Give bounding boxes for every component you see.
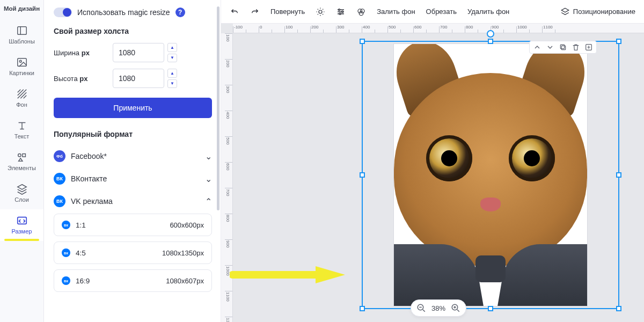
- chevron-down-icon: ⌄: [205, 174, 212, 184]
- nav-size[interactable]: Размер: [0, 209, 43, 241]
- canvas-wrap: 38%: [233, 33, 644, 322]
- nav-templates[interactable]: Шаблоны: [0, 19, 43, 51]
- preset-ratio: 16:9: [76, 277, 90, 285]
- ruler-horizontal: -100010020030040050060070080090010001100: [233, 24, 644, 33]
- size-panel: Использовать magic resize ? Свой размер …: [44, 0, 221, 322]
- image-icon: [16, 56, 28, 68]
- zoom-out-icon[interactable]: [416, 303, 426, 313]
- chevron-up-icon[interactable]: [533, 43, 541, 52]
- selection-toolbar: [529, 41, 597, 54]
- height-up-button[interactable]: ▲: [167, 69, 177, 78]
- my-design-label[interactable]: Мой дизайн: [3, 2, 41, 19]
- nav-label: Фон: [16, 101, 27, 108]
- layers-icon: [16, 183, 28, 195]
- crop-button[interactable]: Обрезать: [424, 5, 459, 18]
- handle-mid-right[interactable]: [616, 172, 621, 178]
- format-label: Facebook*: [71, 152, 107, 160]
- remove-background-button[interactable]: Удалить фон: [465, 5, 511, 18]
- zoom-control: 38%: [411, 299, 466, 317]
- height-input[interactable]: [113, 69, 164, 88]
- handle-top-mid[interactable]: [488, 39, 493, 44]
- format-facebook[interactable]: ФбFacebook* ⌄: [54, 146, 212, 169]
- add-icon[interactable]: [584, 43, 593, 52]
- chevron-down-icon: ⌄: [205, 151, 212, 162]
- handle-bottom-mid[interactable]: [488, 306, 493, 311]
- preset-size: 1080x607px: [166, 277, 204, 285]
- svg-point-6: [319, 10, 322, 13]
- preset-size: 600x600px: [170, 221, 204, 229]
- nav-elements[interactable]: Элементы: [0, 146, 43, 178]
- handle-bottom-left[interactable]: [360, 306, 365, 311]
- svg-point-3: [18, 153, 21, 157]
- chevron-down-icon[interactable]: [546, 43, 554, 52]
- popular-format-title: Популярный формат: [54, 130, 212, 138]
- nav-layers[interactable]: Слои: [0, 178, 43, 209]
- nav-label: Элементы: [8, 165, 36, 171]
- svg-point-2: [19, 60, 21, 62]
- format-vk-ads[interactable]: ВКVK реклама ⌃: [54, 191, 212, 214]
- facebook-icon: Фб: [54, 150, 65, 162]
- rotate-button[interactable]: Повернуть: [268, 5, 307, 18]
- positioning-button[interactable]: Позиционирование: [558, 5, 638, 19]
- help-icon[interactable]: ?: [175, 8, 185, 17]
- brightness-button[interactable]: [313, 5, 327, 19]
- preset-ratio: 4:5: [76, 249, 86, 257]
- svg-rect-0: [17, 26, 26, 34]
- svg-point-7: [339, 9, 340, 10]
- svg-rect-4: [22, 153, 25, 157]
- preset-4-5[interactable]: вк4:5 1080x1350px: [54, 241, 212, 264]
- background-icon: [16, 88, 28, 100]
- width-down-button[interactable]: ▼: [167, 54, 177, 63]
- height-down-button[interactable]: ▼: [167, 79, 177, 89]
- ruler-vertical: 1002003004005006007008009001000110012001…: [221, 33, 233, 322]
- chevron-up-icon: ⌃: [205, 196, 212, 207]
- format-vkontakte[interactable]: ВКВКонтакте ⌄: [54, 169, 212, 191]
- nav-label: Слои: [14, 196, 29, 203]
- preset-16-9[interactable]: вк16:9 1080x607px: [54, 269, 212, 292]
- selection-box[interactable]: [362, 41, 619, 309]
- zoom-value: 38%: [431, 304, 445, 312]
- nav-label: Картинки: [9, 70, 34, 76]
- svg-point-8: [342, 11, 343, 12]
- magic-resize-toggle[interactable]: [54, 8, 72, 17]
- apply-button[interactable]: Применить: [54, 98, 212, 118]
- width-label: Ширина: [54, 49, 79, 57]
- editor-stage: Повернуть Залить фон Обрезать Удалить фо…: [221, 0, 644, 322]
- text-icon: [16, 120, 28, 131]
- height-label: Высота: [54, 75, 78, 83]
- fill-background-button[interactable]: Залить фон: [375, 5, 417, 18]
- positioning-label: Позиционирование: [573, 8, 635, 16]
- nav-background[interactable]: Фон: [0, 83, 43, 114]
- undo-button[interactable]: [228, 5, 241, 19]
- svg-rect-5: [17, 217, 26, 224]
- trash-icon[interactable]: [572, 43, 580, 52]
- handle-top-left[interactable]: [360, 39, 365, 44]
- svg-rect-13: [561, 46, 565, 49]
- left-nav: Мой дизайн Шаблоны Картинки Фон Текст Эл…: [0, 0, 44, 322]
- handle-mid-left[interactable]: [360, 172, 365, 178]
- adjust-button[interactable]: [334, 5, 348, 19]
- width-input[interactable]: [113, 43, 164, 62]
- vk-mini-icon: вк: [62, 276, 70, 285]
- nav-images[interactable]: Картинки: [0, 51, 43, 83]
- rotate-handle[interactable]: [487, 30, 494, 38]
- copy-icon[interactable]: [559, 43, 567, 52]
- magic-resize-label: Использовать magic resize: [77, 8, 170, 17]
- unit-label: px: [82, 49, 90, 57]
- format-label: VK реклама: [71, 197, 113, 206]
- handle-top-right[interactable]: [616, 39, 621, 44]
- redo-button[interactable]: [248, 5, 262, 19]
- nav-text[interactable]: Текст: [0, 114, 43, 146]
- handle-bottom-right[interactable]: [616, 306, 621, 311]
- filters-button[interactable]: [354, 5, 368, 19]
- panel-scrollbar[interactable]: [217, 6, 219, 210]
- zoom-in-icon[interactable]: [451, 303, 460, 313]
- svg-point-12: [359, 11, 363, 16]
- vk-icon: ВК: [54, 173, 65, 185]
- format-label: ВКонтакте: [71, 174, 107, 183]
- preset-1-1[interactable]: вк1:1 600x600px: [54, 214, 212, 236]
- top-toolbar: Повернуть Залить фон Обрезать Удалить фо…: [221, 0, 644, 24]
- width-up-button[interactable]: ▲: [167, 43, 177, 52]
- svg-point-9: [339, 13, 341, 14]
- size-icon: [16, 215, 28, 226]
